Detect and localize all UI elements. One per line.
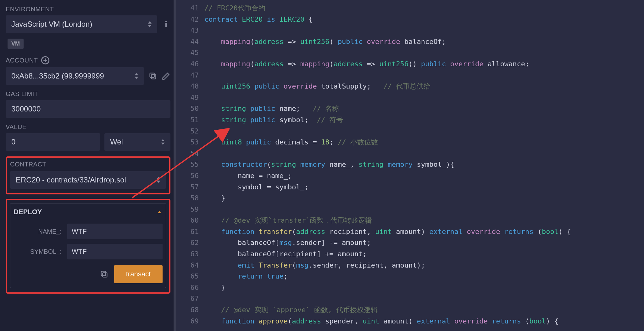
param-input[interactable]	[67, 244, 163, 259]
value-unit: Wei	[110, 138, 123, 146]
code-editor[interactable]: 4142434445464748495051525354555657585960…	[176, 0, 644, 331]
param-label: NAME_:	[14, 228, 67, 235]
deploy-panel: DEPLOY NAME_:SYMBOL_: transact	[10, 203, 166, 288]
param-label: SYMBOL_:	[14, 248, 67, 255]
gas-label: GAS LIMIT	[6, 90, 170, 98]
environment-label: ENVIRONMENT	[6, 6, 170, 13]
svg-rect-4	[101, 271, 105, 276]
param-row: NAME_:	[14, 224, 163, 239]
param-row: SYMBOL_:	[14, 244, 163, 259]
chevron-updown-icon	[157, 177, 160, 183]
deploy-sidebar: ENVIRONMENT JavaScript VM (London) i VM …	[0, 0, 176, 331]
line-gutter: 4142434445464748495051525354555657585960…	[176, 0, 204, 331]
plus-icon[interactable]	[41, 56, 50, 65]
edit-icon[interactable]	[162, 72, 170, 80]
chevron-updown-icon	[161, 139, 165, 145]
account-label: ACCOUNT	[6, 56, 170, 65]
deploy-label: DEPLOY	[14, 208, 42, 216]
code-content: // ERC20代币合约contract ERC20 is IERC20 { m…	[204, 0, 644, 331]
value-input[interactable]	[6, 133, 100, 151]
account-value: 0xAb8...35cb2 (99.9999999	[11, 72, 104, 80]
svg-rect-3	[103, 273, 107, 277]
contract-select[interactable]: ERC20 - contracts/33/Airdrop.sol	[10, 171, 166, 189]
vm-badge: VM	[8, 39, 24, 49]
account-select[interactable]: 0xAb8...35cb2 (99.9999999	[6, 67, 144, 85]
value-unit-select[interactable]: Wei	[104, 133, 170, 151]
svg-rect-1	[151, 74, 156, 79]
copy-icon[interactable]	[100, 270, 108, 279]
svg-rect-2	[150, 73, 154, 78]
environment-select[interactable]: JavaScript VM (London)	[6, 15, 157, 33]
chevron-updown-icon	[148, 21, 152, 27]
deploy-highlight-box: DEPLOY NAME_:SYMBOL_: transact	[6, 199, 170, 294]
param-input[interactable]	[67, 224, 163, 239]
contract-highlight-box: CONTRACT ERC20 - contracts/33/Airdrop.so…	[6, 156, 170, 194]
gas-input[interactable]	[6, 100, 170, 118]
contract-value: ERC20 - contracts/33/Airdrop.sol	[16, 176, 126, 184]
info-icon[interactable]: i	[162, 20, 170, 29]
contract-label: CONTRACT	[10, 161, 166, 168]
transact-button[interactable]: transact	[114, 265, 163, 283]
value-label: VALUE	[6, 123, 170, 131]
chevron-up-icon[interactable]	[156, 209, 163, 215]
copy-icon[interactable]	[148, 72, 157, 80]
chevron-updown-icon	[135, 73, 138, 79]
environment-value: JavaScript VM (London)	[11, 20, 92, 29]
